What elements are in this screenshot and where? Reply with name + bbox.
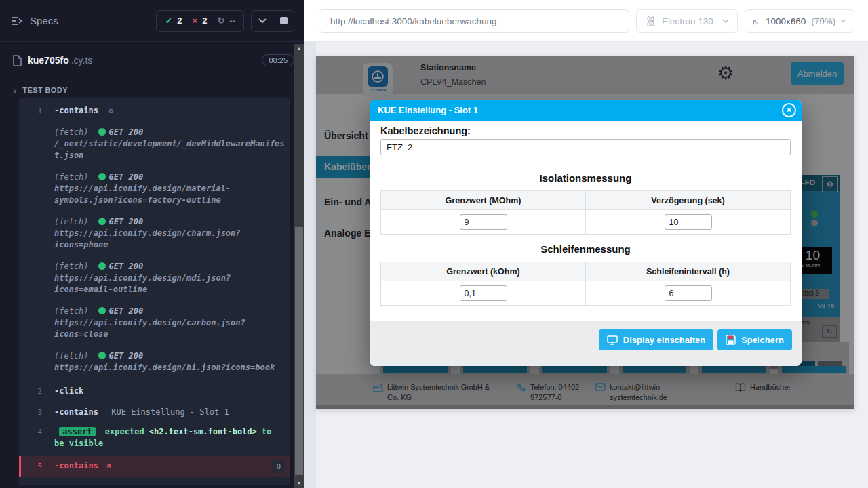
runner-controls [251,10,294,32]
assert-badge: assert [59,427,95,436]
specs-label: Specs [30,15,58,26]
passed-count: ✓ 2 [165,16,182,26]
kue-settings-modal: KUE Einstellung - Slot 1 × Kabelbezeichn… [370,100,802,366]
status-dot-icon [98,307,106,314]
pending-refresh-icon: ↻ [217,16,224,26]
save-floppy-icon [726,335,736,345]
command-row-click[interactable]: 2 -click [19,384,290,399]
close-icon[interactable]: × [782,103,796,117]
panel-resizer[interactable] [304,42,316,488]
fetch-url: https://api.iconify.design/charm.json?ic… [54,228,285,251]
spec-name: kue705fo [28,55,69,66]
status-dot-icon [98,128,106,136]
specs-list-icon [11,16,24,26]
contains-message: KUE Einstellung - Slot 1 [111,407,229,417]
section-chevron-icon: ∨ [12,87,17,94]
chevron-down-icon [722,19,729,24]
screen: Specs ✓ 2 × 2 ↻ -- [0,0,868,488]
command-row-contains-3[interactable]: 3 -contains KUE Einstellung - Slot 1 [19,405,290,420]
pass-check-icon: ✓ [165,16,172,26]
monitor-icon [607,336,618,345]
ruler-icon [753,16,760,26]
iso-limit-input[interactable] [460,214,507,230]
fetch-log-row[interactable]: (fetch)GET 200 https://api.iconify.desig… [19,207,290,252]
display-on-button[interactable]: Display einschalten [599,329,713,350]
fetch-log-row[interactable]: (fetch)GET 200 https://api.iconify.desig… [19,342,290,375]
fetch-url: https://api.iconify.design/bi.json?icons… [54,362,285,373]
spec-duration-badge: 00:25 [262,54,294,66]
spec-file-row[interactable]: kue705fo .cy.ts 00:25 [0,42,304,79]
assert-selector: <h2.text-sm.font-bold> [149,427,257,436]
test-stats: ✓ 2 × 2 ↻ -- [156,10,244,32]
failed-count: × 2 [193,16,208,26]
reporter-header: Specs ✓ 2 × 2 ↻ -- [0,0,304,42]
electron-icon [645,16,656,27]
command-gear-icon: ⚙ [108,106,113,115]
test-body-section-toggle[interactable]: ∨ TEST BODY [0,79,304,98]
cable-designation-input[interactable] [380,139,791,155]
command-log: 1 -contains ⚙ (fetch)GET 200 /_next/stat… [19,98,290,485]
chevron-down-icon [258,18,267,24]
iso-limit-header: Grenzwert (MOhm) [381,191,586,210]
fetch-log-row[interactable]: (fetch)GET 200 https://api.iconify.desig… [19,163,290,207]
loop-limit-header: Grenzwert (kOhm) [381,262,586,281]
modal-header: KUE Einstellung - Slot 1 × [370,100,802,121]
status-dot-icon [98,262,106,270]
stop-tests-button[interactable] [273,11,294,31]
browser-select[interactable]: Electron 130 [636,9,738,33]
pending-count: ↻ -- [217,16,235,26]
status-dot-icon [98,352,106,359]
browser-name: Electron 130 [662,16,713,26]
viewport-zoom: (79%) [811,16,835,26]
spec-extension: .cy.ts [71,55,93,66]
url-input[interactable] [319,9,629,33]
browser-toolbar: Electron 130 1000x660 (79%) [304,0,868,42]
cable-designation-label: Kabelbezeichnung: [380,125,791,136]
section-label: TEST BODY [22,86,68,94]
loop-section-heading: Schleifenmessung [380,243,791,255]
modal-footer: Display einschalten Speichern [370,321,802,366]
modal-body: Kabelbezeichnung: Isolationsmessung Gren… [370,121,802,306]
isolation-section-heading: Isolationsmessung [380,172,791,184]
viewport-size: 1000x660 [766,16,806,26]
loop-limit-input[interactable] [460,285,507,301]
status-dot-icon [98,173,106,180]
fetch-url: https://api.iconify.design/carbon.json?i… [54,317,285,340]
command-row-assert[interactable]: 4 -assert expected <h2.text-sm.font-bold… [19,425,290,451]
command-row-contains-1[interactable]: 1 -contains ⚙ [19,104,290,118]
cypress-reporter: Specs ✓ 2 × 2 ↻ -- [0,0,304,488]
viewport-size-select[interactable]: 1000x660 (79%) [745,9,854,33]
loop-interval-input[interactable] [665,285,712,301]
iso-delay-header: Verzögerung (sek) [586,191,791,210]
fetch-url: https://api.iconify.design/material-symb… [54,183,285,206]
reporter-scrollbar[interactable]: ▲ ▼ [294,44,304,488]
specs-menu-button[interactable]: Specs [11,15,58,26]
scrollbar-thumb[interactable] [295,227,303,475]
modal-title: KUE Einstellung - Slot 1 [370,100,802,121]
chevron-down-icon [841,19,846,24]
iso-delay-input[interactable] [665,214,712,230]
retry-count-badge: 0 [272,460,285,473]
scroll-up-icon[interactable]: ▲ [294,44,304,54]
loop-table: Grenzwert (kOhm) Schleifenintervall (h) [380,262,791,306]
fetch-url: /_next/static/development/_devMiddleware… [54,138,285,161]
save-button[interactable]: Speichern [717,329,792,350]
fail-x-icon: × [106,460,111,473]
isolation-table: Grenzwert (MOhm) Verzögerung (sek) [380,190,791,235]
spec-file-icon [12,55,22,66]
command-row-contains-failed[interactable]: 5 -contains × 0 [19,456,290,477]
fetch-log-row[interactable]: (fetch)GET 200 https://api.iconify.desig… [19,252,290,297]
fail-cross-icon: × [193,16,198,26]
app-viewport: LITTWIN Stationsname CPLV4_Maschen ⚙ Abm… [316,56,854,409]
loop-interval-header: Schleifenintervall (h) [586,262,791,281]
collapse-reporter-button[interactable] [252,11,273,31]
fetch-log-row[interactable]: (fetch)GET 200 https://api.iconify.desig… [19,297,290,342]
fetch-url: https://api.iconify.design/mdi.json?icon… [54,272,285,296]
status-dot-icon [98,218,106,225]
scroll-down-icon[interactable]: ▼ [294,479,304,488]
fetch-log-row[interactable]: (fetch)GET 200 /_next/static/development… [19,118,290,163]
stop-icon [280,17,288,24]
